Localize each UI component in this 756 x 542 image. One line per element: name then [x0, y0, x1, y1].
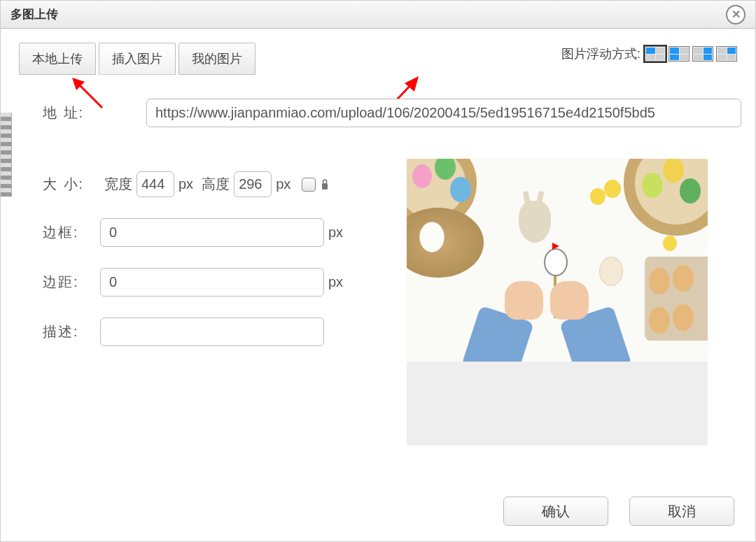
float-mode: 图片浮动方式:	[561, 45, 737, 62]
border-input[interactable]	[100, 218, 324, 247]
preview-image	[407, 159, 708, 362]
lock-ratio-checkbox[interactable]	[302, 178, 316, 192]
tab-insert-image[interactable]: 插入图片	[99, 43, 176, 75]
desc-input[interactable]	[100, 318, 324, 346]
width-label: 宽度	[104, 175, 132, 194]
float-mode-label: 图片浮动方式:	[561, 45, 640, 62]
float-right-icon[interactable]	[692, 46, 713, 62]
sidebar-stub	[1, 113, 12, 197]
px-label: px	[178, 176, 193, 192]
ok-button[interactable]: 确认	[503, 497, 608, 526]
px-label-2: px	[276, 176, 290, 192]
url-row: 地 址:	[43, 96, 393, 129]
width-input[interactable]	[136, 171, 174, 197]
float-left-icon[interactable]	[668, 46, 690, 62]
title-bar: 多图上传 ✕	[1, 1, 755, 29]
cancel-button[interactable]: 取消	[629, 497, 734, 526]
border-label: 边框:	[43, 223, 100, 242]
margin-input[interactable]	[100, 268, 324, 297]
tab-local-upload[interactable]: 本地上传	[19, 43, 96, 75]
height-input[interactable]	[234, 171, 272, 197]
url-input[interactable]	[146, 99, 741, 127]
content: 地 址: 大 小: 宽度 px 高度 px 边框: px	[1, 75, 755, 445]
form-column: 地 址: 大 小: 宽度 px 高度 px 边框: px	[43, 96, 393, 445]
preview-column	[407, 96, 727, 445]
desc-label: 描述:	[43, 322, 100, 341]
size-row: 大 小: 宽度 px 高度 px	[43, 171, 393, 197]
float-none-icon[interactable]	[645, 46, 666, 62]
margin-label: 边距:	[43, 273, 100, 292]
url-label: 地 址:	[43, 104, 100, 122]
border-row: 边框: px	[43, 218, 393, 247]
tab-my-images[interactable]: 我的图片	[178, 43, 255, 75]
desc-row: 描述:	[43, 318, 393, 346]
dialog-title: 多图上传	[10, 6, 58, 22]
px-label-4: px	[328, 274, 343, 290]
lock-icon	[321, 178, 328, 191]
float-center-icon[interactable]	[716, 46, 737, 62]
dialog: 多图上传 ✕ 本地上传 插入图片 我的图片 图片浮动方式:	[0, 0, 756, 542]
px-label-3: px	[328, 224, 343, 241]
preview-box	[407, 159, 708, 445]
tabs-row: 本地上传 插入图片 我的图片 图片浮动方式:	[1, 29, 755, 75]
close-button[interactable]: ✕	[726, 5, 746, 24]
footer: 确认 取消	[503, 497, 734, 526]
float-mode-icons	[645, 46, 737, 62]
margin-row: 边距: px	[43, 268, 393, 297]
close-icon: ✕	[732, 8, 741, 21]
size-label: 大 小:	[43, 175, 100, 194]
svg-rect-4	[322, 183, 328, 190]
height-label: 高度	[202, 175, 230, 194]
